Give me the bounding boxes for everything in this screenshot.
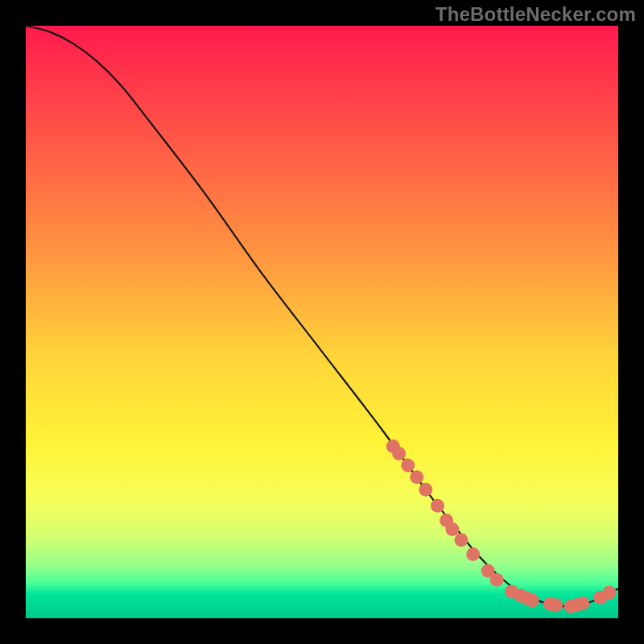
data-dot (549, 598, 563, 612)
data-dot (445, 522, 459, 536)
data-dots (386, 440, 617, 613)
data-dot (526, 593, 539, 607)
chart-stage: TheBottleNecker.com (0, 0, 644, 644)
curve-layer (26, 26, 618, 618)
data-dot (431, 499, 444, 513)
data-dot (410, 470, 423, 484)
data-dot (454, 533, 468, 547)
watermark-text: TheBottleNecker.com (436, 3, 636, 26)
data-dot (466, 547, 480, 561)
data-dot (419, 483, 432, 497)
data-dot (602, 586, 616, 600)
data-dot (401, 459, 415, 473)
plot-area (26, 26, 618, 618)
bottleneck-curve (26, 26, 618, 606)
data-dot (392, 447, 406, 460)
data-dot (576, 597, 589, 610)
data-dot (490, 573, 504, 587)
